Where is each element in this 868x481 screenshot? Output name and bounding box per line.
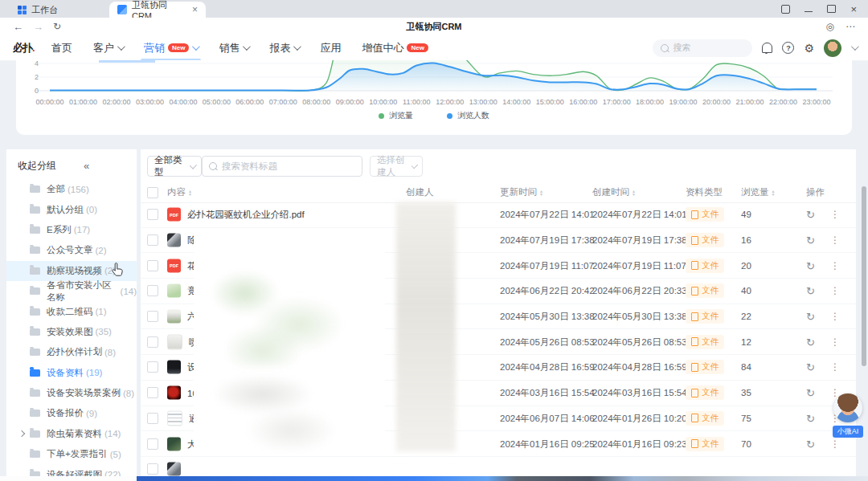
sidebar-group-12[interactable]: 除虫菊素资料(14): [6, 424, 137, 444]
row-checkbox[interactable]: [147, 438, 158, 450]
menu-item-6[interactable]: 增值中心New: [362, 35, 428, 60]
maximize-icon[interactable]: [827, 5, 836, 13]
tab-close-icon[interactable]: ×: [192, 4, 198, 15]
legend-views[interactable]: 浏览量: [379, 110, 413, 121]
user-avatar[interactable]: [824, 39, 841, 57]
table-row-9[interactable]: 大2024年01月16日 09:252024年01月16日 09:23文件70↻…: [141, 431, 856, 457]
sort-icon[interactable]: ▲▼: [772, 190, 776, 196]
row-checkbox[interactable]: [147, 209, 158, 220]
table-row-1[interactable]: 除2024年07月19日 17:382024年07月19日 17:38文件16↻…: [141, 228, 856, 254]
menu-item-5[interactable]: 应用: [320, 35, 341, 60]
more-actions-icon[interactable]: ⋮: [830, 234, 841, 246]
page-scrollbar[interactable]: [862, 186, 866, 366]
file-name[interactable]: 10: [167, 386, 198, 400]
refresh-icon[interactable]: ↻: [806, 361, 815, 373]
sidebar-group-8[interactable]: 必扑伙伴计划(8): [6, 342, 137, 362]
refresh-icon[interactable]: ↻: [806, 209, 815, 221]
account-chevron-down-icon[interactable]: [851, 43, 859, 51]
file-name[interactable]: PDF花: [167, 259, 197, 272]
close-window-icon[interactable]: ×: [850, 4, 857, 14]
collapse-groups-label[interactable]: 收起分组: [18, 159, 56, 173]
sort-icon[interactable]: ▲▼: [188, 190, 192, 196]
settings-gear-icon[interactable]: ⚙: [804, 43, 814, 54]
type-filter-select[interactable]: 全部类型: [147, 156, 202, 177]
sidebar-group-11[interactable]: 设备报价(9): [6, 403, 137, 423]
tab-crm[interactable]: 卫瓴协同CRM ×: [109, 2, 206, 18]
column-header-3[interactable]: 创建时间▲▼: [592, 186, 636, 198]
row-checkbox[interactable]: [147, 361, 158, 373]
sidebar-group-2[interactable]: E系列(17): [6, 220, 137, 240]
more-actions-icon[interactable]: ⋮: [830, 336, 841, 348]
row-checkbox[interactable]: [147, 311, 158, 322]
table-row-3[interactable]: 竞2024年06月22日 20:422024年06月22日 20:33文件40↻…: [141, 279, 856, 304]
refresh-icon[interactable]: ↻: [806, 387, 815, 399]
sidebar-group-13[interactable]: 下单+发票指引(5): [6, 444, 137, 464]
line-chart[interactable]: [16, 60, 852, 92]
sort-icon[interactable]: ▲▼: [632, 190, 636, 196]
column-header-2[interactable]: 更新时间▲▼: [500, 186, 543, 198]
table-row-7[interactable]: 102024年03月16日 15:542024年03月16日 15:54文件35…: [141, 381, 856, 406]
refresh-icon[interactable]: ↻: [806, 438, 815, 450]
more-actions-icon[interactable]: ⋮: [830, 361, 841, 373]
sidebar-group-10[interactable]: 设备安装场景案例(8): [6, 383, 137, 403]
row-checkbox[interactable]: [147, 336, 158, 348]
tab-workbench[interactable]: 工作台: [10, 2, 98, 18]
sidebar-group-7[interactable]: 安装效果图(35): [6, 322, 137, 342]
expand-chevron-icon[interactable]: [18, 430, 25, 437]
refresh-icon[interactable]: ↻: [806, 412, 815, 424]
ai-assistant-fab[interactable]: 小微AI: [829, 393, 866, 438]
more-actions-icon[interactable]: ⋮: [830, 438, 841, 450]
file-name[interactable]: 除: [167, 234, 197, 247]
select-all-checkbox[interactable]: [147, 187, 158, 198]
table-row-8[interactable]: 通2024年06月07日 14:062024年01月26日 10:20文件75↻…: [141, 406, 856, 432]
more-actions-icon[interactable]: ⋮: [830, 209, 841, 220]
sidebar-group-9[interactable]: 设备资料(19): [6, 363, 137, 383]
global-search-input[interactable]: 搜索: [653, 39, 752, 57]
sidebar-group-5[interactable]: 各省市安装小区名称(14): [6, 281, 137, 301]
material-search-input[interactable]: 搜索资料标题: [202, 156, 362, 177]
row-checkbox[interactable]: [147, 285, 158, 296]
menu-item-4[interactable]: 报表: [269, 35, 299, 60]
column-header-5[interactable]: 浏览量▲▼: [741, 186, 775, 198]
more-actions-icon[interactable]: ⋮: [830, 260, 841, 271]
row-checkbox[interactable]: [147, 260, 158, 271]
more-actions-icon[interactable]: ⋮: [830, 285, 841, 296]
menu-item-0[interactable]: 首页: [51, 35, 72, 60]
table-row-4[interactable]: 六2024年05月30日 13:382024年05月30日 13:38文件22↻…: [141, 304, 856, 330]
row-checkbox[interactable]: [147, 413, 158, 424]
refresh-icon[interactable]: ↻: [806, 234, 815, 247]
table-row-0[interactable]: PDF必扑花园驱蚊机企业介绍.pdf2024年07月22日 14:012024年…: [141, 202, 856, 228]
row-checkbox[interactable]: [147, 387, 158, 398]
refresh-icon[interactable]: ↻: [806, 311, 815, 323]
file-name[interactable]: [167, 463, 187, 476]
sidebar-group-1[interactable]: 默认分组(0): [6, 199, 137, 219]
sidebar-group-6[interactable]: 收款二维码(1): [6, 301, 137, 321]
collapse-icon[interactable]: «: [84, 160, 89, 172]
file-name[interactable]: 喷: [167, 334, 199, 349]
file-name[interactable]: 设: [167, 361, 197, 374]
table-row-5[interactable]: 喷2024年05月26日 08:532024年05月26日 08:53文件12↻…: [141, 329, 856, 355]
refresh-icon[interactable]: ↻: [806, 259, 815, 271]
sidebar-group-3[interactable]: 公众号文章(2): [6, 240, 137, 260]
notifications-bell-icon[interactable]: [762, 43, 772, 53]
file-name[interactable]: 六: [167, 310, 197, 324]
minimize-icon[interactable]: [805, 11, 813, 12]
legend-visitors[interactable]: 浏览人数: [447, 110, 489, 121]
sidebar-group-0[interactable]: 全部(156): [6, 179, 137, 199]
file-name[interactable]: 大: [167, 437, 197, 450]
more-actions-icon[interactable]: ⋮: [830, 311, 841, 322]
table-row-2[interactable]: PDF花2024年07月19日 11:072024年07月19日 11:07文件…: [141, 253, 856, 279]
creator-filter-select[interactable]: 选择创建人: [370, 156, 423, 177]
popout-icon[interactable]: [781, 5, 790, 14]
table-row-6[interactable]: 设2024年04月28日 16:592024年04月28日 16:59文件84↻…: [141, 355, 856, 381]
help-icon[interactable]: ?: [782, 42, 794, 54]
table-row-10[interactable]: [141, 457, 856, 476]
row-checkbox[interactable]: [147, 234, 158, 246]
sidebar-group-14[interactable]: 设备好评截图(22): [6, 464, 137, 476]
row-checkbox[interactable]: [147, 463, 158, 475]
file-name[interactable]: 竞: [167, 284, 197, 298]
file-name[interactable]: 通: [167, 410, 199, 426]
refresh-icon[interactable]: ↻: [806, 336, 815, 348]
file-name[interactable]: PDF必扑花园驱蚊机企业介绍.pdf: [167, 208, 305, 222]
sort-icon[interactable]: ▲▼: [539, 190, 543, 196]
